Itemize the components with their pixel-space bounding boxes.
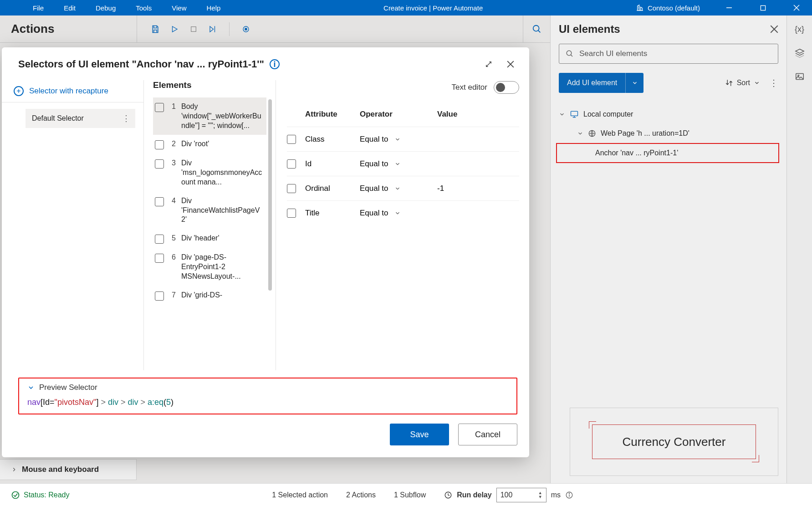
checkbox[interactable]	[287, 135, 296, 144]
svg-point-14	[567, 51, 572, 56]
search-icon	[532, 24, 542, 34]
preview-selector-label: Preview Selector	[39, 383, 97, 392]
svg-marker-6	[210, 26, 214, 32]
element-item[interactable]: 2Div 'root'	[153, 135, 266, 154]
org-label: Contoso (default)	[648, 4, 700, 12]
chevron-down-icon	[632, 80, 638, 86]
layers-icon[interactable]	[795, 48, 805, 58]
element-item[interactable]: 4Div 'FinanceWatchlistPageV2'	[153, 192, 266, 229]
checkbox[interactable]	[155, 291, 164, 301]
text-editor-toggle[interactable]	[494, 81, 519, 94]
operator-select[interactable]: Equal to	[360, 209, 437, 218]
more-icon[interactable]: ⋮	[122, 113, 131, 123]
default-selector-item[interactable]: Default Selector ⋮	[26, 109, 135, 128]
org-selector[interactable]: Contoso (default)	[636, 4, 700, 12]
sort-button[interactable]: Sort	[725, 79, 760, 87]
record-icon[interactable]	[240, 24, 251, 35]
menu-debug[interactable]: Debug	[86, 4, 126, 12]
stop-icon[interactable]	[188, 24, 199, 35]
chevron-down-icon	[754, 80, 760, 86]
tree-root[interactable]: Local computer	[559, 105, 778, 124]
table-row[interactable]: ClassEqual to	[287, 127, 519, 151]
run-icon[interactable]	[169, 24, 180, 35]
close-dialog-icon[interactable]	[504, 57, 517, 71]
search-icon	[566, 50, 574, 58]
expand-icon[interactable]	[482, 57, 495, 71]
title-bar: File Edit Debug Tools View Help Create i…	[0, 0, 812, 15]
scrollbar[interactable]	[268, 99, 272, 291]
menu-view[interactable]: View	[162, 4, 196, 12]
selector-code: nav[Id="pivotsNav"] > div > div > a:eq(5…	[27, 398, 508, 407]
status-selected: 1 Selected action	[272, 491, 328, 499]
dialog-title: Selectors of UI element "Anchor 'nav ...…	[18, 58, 264, 70]
selector-with-recapture-button[interactable]: + Selector with recapture	[2, 80, 143, 102]
chevron-down-icon	[394, 185, 401, 192]
maximize-button[interactable]	[749, 0, 776, 15]
close-panel-icon[interactable]	[770, 25, 778, 33]
element-item[interactable]: 1Body 'window["_webWorkerBundle"] = ""; …	[153, 97, 266, 135]
search-ui-elements-input[interactable]: Search UI elements	[559, 44, 778, 64]
image-icon[interactable]	[795, 72, 805, 82]
add-ui-element-dropdown[interactable]	[625, 73, 643, 93]
step-icon[interactable]	[207, 24, 218, 35]
svg-point-27	[569, 493, 569, 493]
info-icon[interactable]: i	[270, 59, 280, 69]
preview-selector-toggle[interactable]: Preview Selector	[27, 383, 508, 392]
globe-icon	[588, 129, 596, 138]
element-item[interactable]: 3Div 'msn_logomsnmoneyAccount mana...	[153, 154, 266, 191]
menu-file[interactable]: File	[23, 4, 54, 12]
checkbox[interactable]	[287, 209, 296, 218]
element-item[interactable]: 5Div 'header'	[153, 229, 266, 248]
element-item[interactable]: 7Div 'grid-DS-	[153, 286, 266, 305]
minimize-button[interactable]	[715, 0, 743, 15]
close-button[interactable]	[783, 0, 810, 15]
save-button[interactable]: Save	[390, 424, 449, 445]
table-row[interactable]: IdEqual to	[287, 151, 519, 176]
operator-select[interactable]: Equal to	[360, 135, 437, 144]
info-icon[interactable]	[565, 491, 573, 499]
operator-select[interactable]: Equal to	[360, 184, 437, 193]
more-button[interactable]: ⋮	[769, 77, 778, 88]
right-icon-rail: {x}	[786, 15, 812, 483]
run-delay-input[interactable]: 100 ▲▼	[496, 488, 546, 502]
table-row[interactable]: OrdinalEqual to-1	[287, 176, 519, 200]
preview-selector-box: Preview Selector nav[Id="pivotsNav"] > d…	[18, 378, 517, 414]
chevron-down-icon	[394, 136, 401, 143]
menu-tools[interactable]: Tools	[126, 4, 162, 12]
checkbox[interactable]	[155, 254, 164, 263]
tree-page[interactable]: Web Page 'h ... uration=1D'	[559, 124, 778, 143]
elements-list: 1Body 'window["_webWorkerBundle"] = ""; …	[153, 97, 272, 305]
menu-help[interactable]: Help	[197, 4, 231, 12]
checkbox[interactable]	[287, 184, 296, 193]
plus-circle-icon: +	[14, 86, 24, 96]
menu-edit[interactable]: Edit	[54, 4, 86, 12]
clock-icon	[444, 491, 452, 499]
checkbox[interactable]	[155, 159, 164, 169]
run-delay-label: Run delay	[457, 491, 491, 499]
col-operator: Operator	[360, 110, 437, 119]
cancel-button[interactable]: Cancel	[458, 424, 517, 445]
checkbox[interactable]	[155, 103, 164, 112]
tree-page-label: Web Page 'h ... uration=1D'	[601, 129, 689, 138]
checkbox[interactable]	[155, 197, 164, 206]
ui-elements-tree: Local computer Web Page 'h ... uration=1…	[559, 105, 778, 163]
table-row[interactable]: TitleEqual to	[287, 200, 519, 225]
add-ui-element-button[interactable]: Add UI element	[559, 73, 643, 93]
svg-point-9	[245, 28, 247, 30]
status-ready: Status: Ready	[11, 491, 70, 500]
sort-icon	[725, 79, 733, 87]
element-item[interactable]: 6Div 'page-DS-EntryPoint1-2 MSNewsLayout…	[153, 248, 266, 286]
stepper-icon[interactable]: ▲▼	[538, 491, 542, 499]
search-button[interactable]	[523, 15, 550, 43]
checkbox[interactable]	[155, 140, 164, 149]
tree-selected-item[interactable]: Anchor 'nav ... ryPoint1-1'	[556, 143, 779, 163]
operator-select[interactable]: Equal to	[360, 159, 437, 169]
checkbox[interactable]	[155, 235, 164, 244]
save-icon[interactable]	[150, 24, 161, 35]
actions-title: Actions	[0, 22, 137, 36]
variables-icon[interactable]: {x}	[795, 25, 804, 34]
checkbox[interactable]	[287, 159, 296, 169]
svg-point-10	[533, 25, 539, 31]
actions-group-mouse-keyboard[interactable]: Mouse and keyboard	[0, 459, 137, 480]
svg-rect-5	[191, 26, 196, 31]
